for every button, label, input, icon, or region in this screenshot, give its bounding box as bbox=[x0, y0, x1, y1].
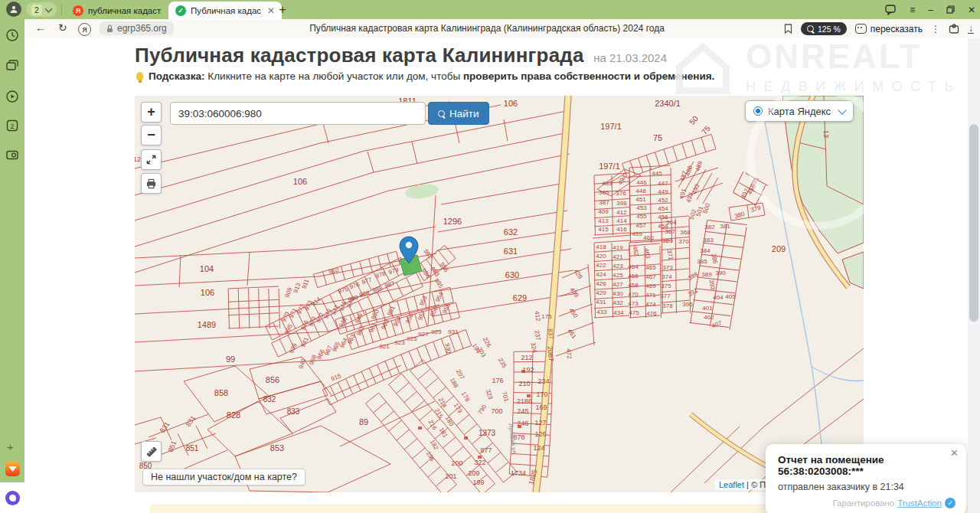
parcel-label: 237 bbox=[533, 330, 541, 341]
parcel-label: 790 bbox=[477, 403, 488, 416]
fullscreen-button[interactable] bbox=[141, 149, 162, 170]
parcel-label: 465 bbox=[645, 264, 656, 271]
sidebar-add-icon[interactable]: + bbox=[7, 440, 14, 453]
parcel-label: 209 bbox=[468, 469, 479, 477]
parcel-label: 425 bbox=[612, 272, 623, 279]
guarantee-label: Гарантировано bbox=[833, 498, 895, 508]
scrollbar-thumb[interactable] bbox=[969, 124, 978, 322]
layer-selector[interactable]: Карта Яндекс bbox=[745, 100, 854, 122]
leaflet-link[interactable]: Leaflet bbox=[719, 480, 744, 489]
parcel-label: 466 bbox=[628, 273, 639, 279]
tab-group-count: 2 bbox=[31, 5, 42, 15]
browser-sidebar: 2 + bbox=[0, 19, 24, 513]
tab-group-chip[interactable]: 2 bbox=[26, 2, 57, 17]
not-found-tooltip[interactable]: Не нашли участок/дом на карте? bbox=[142, 469, 305, 485]
parcel-label: 421 bbox=[612, 253, 623, 260]
tab-active[interactable]: ✓ Публичная кадастрова ✕ bbox=[168, 2, 282, 19]
parcel-label: 104 bbox=[200, 264, 214, 273]
yandex-home-icon[interactable]: Я bbox=[78, 23, 91, 36]
tab-background[interactable]: Я публичная кадастровая к bbox=[66, 2, 173, 19]
tabs-counter-icon[interactable]: 2 bbox=[5, 119, 19, 132]
address-bar[interactable]: egrp365.org bbox=[100, 21, 174, 35]
parcel-label: 637 bbox=[547, 328, 554, 340]
parcel-label: 323 bbox=[485, 388, 494, 400]
parcel-label: 374 bbox=[662, 273, 672, 280]
restore-button[interactable] bbox=[946, 5, 955, 14]
parcel-label: 911 bbox=[301, 278, 311, 290]
bookmark-icon[interactable] bbox=[784, 24, 792, 34]
trustaction-link[interactable]: TrustAction bbox=[897, 498, 942, 508]
layer-selector-value: Карта Яндекс bbox=[768, 106, 831, 117]
zoom-level-badge[interactable]: 125 % bbox=[801, 22, 847, 35]
parcel-label: 401 bbox=[702, 305, 713, 312]
parcel-label: 449 bbox=[658, 188, 668, 195]
yandex-favicon: Я bbox=[73, 5, 83, 16]
parcel-label: 50 bbox=[688, 114, 700, 126]
yandex-mail-icon[interactable] bbox=[5, 462, 20, 476]
parcel-label: 473 bbox=[628, 300, 639, 307]
history-icon[interactable] bbox=[5, 28, 19, 42]
parcel-label: 985 bbox=[433, 277, 444, 290]
page-scrollbar[interactable] bbox=[968, 38, 980, 513]
cadastral-map[interactable]: 18111062340/1197/1197/175755013106129663… bbox=[135, 96, 864, 492]
parcel-label: 423 bbox=[612, 263, 623, 270]
parcel-label: 451 bbox=[635, 196, 646, 203]
parcel-label: 469 bbox=[645, 283, 656, 289]
measure-button[interactable] bbox=[141, 441, 162, 462]
parcel-label: 429 bbox=[596, 289, 606, 296]
notification-title: Отчет на помещение 56:38:0203008:*** bbox=[778, 454, 956, 477]
lightbulb-icon bbox=[136, 72, 143, 80]
video-icon[interactable] bbox=[5, 90, 19, 103]
feedback-icon[interactable] bbox=[885, 5, 897, 15]
search-button[interactable]: Найти bbox=[428, 102, 489, 125]
parcel-label: 12 bbox=[135, 155, 141, 163]
cards-icon[interactable] bbox=[5, 59, 19, 73]
download-icon[interactable]: ↓ bbox=[968, 25, 974, 34]
screenshot-icon[interactable] bbox=[5, 148, 19, 162]
minimize-button[interactable]: – bbox=[928, 5, 933, 15]
parcel-label: 462 bbox=[631, 246, 639, 257]
parcel-label: 432 bbox=[612, 299, 623, 306]
new-tab-button[interactable]: + bbox=[274, 2, 291, 18]
parcel-label: 368 bbox=[680, 229, 691, 236]
parcel-label: 856 bbox=[266, 375, 279, 384]
tip-label: Подсказка: bbox=[149, 70, 205, 82]
parcel-label: 415 bbox=[598, 226, 609, 233]
parcel-label: 106 bbox=[201, 288, 214, 297]
search-input[interactable] bbox=[170, 102, 426, 125]
parcel-label: 433 bbox=[596, 309, 607, 315]
parcel-label: 700 bbox=[491, 407, 502, 415]
divider bbox=[61, 4, 62, 15]
parcel-label: 387 bbox=[599, 199, 609, 206]
parcel-label: 853 bbox=[270, 443, 284, 453]
parcel-label: 379 bbox=[750, 204, 762, 214]
menu-icon[interactable]: ≡ bbox=[910, 5, 915, 15]
extensions-icon[interactable] bbox=[949, 24, 959, 34]
zoom-in-button[interactable]: + bbox=[141, 102, 162, 123]
parcel-label: 405 bbox=[725, 293, 736, 300]
reload-icon[interactable]: ↻ bbox=[58, 21, 67, 34]
radio-icon bbox=[753, 106, 763, 116]
search-button-label: Найти bbox=[449, 108, 479, 119]
parcel-label: 106 bbox=[293, 177, 307, 186]
back-icon[interactable]: ← bbox=[35, 21, 46, 34]
profile-avatar[interactable] bbox=[6, 2, 21, 17]
parcel-label: 216 bbox=[427, 419, 439, 432]
tip-bold: проверить права собственности и обремене… bbox=[463, 70, 714, 82]
browser-toolbar: ← Я ↻ egrp365.org Публичная кадастровая … bbox=[24, 19, 980, 39]
close-icon[interactable]: ✕ bbox=[950, 448, 959, 458]
parcel-label: 434 bbox=[613, 309, 624, 316]
more-options-icon[interactable]: ⋮ bbox=[931, 24, 940, 34]
cadastral-parcels-layer[interactable]: 18111062340/1197/1197/175755013106129663… bbox=[135, 96, 864, 492]
retell-button[interactable]: пересказать bbox=[855, 24, 923, 34]
parcel-label: 427 bbox=[612, 281, 623, 288]
zoom-out-button[interactable]: − bbox=[141, 125, 162, 145]
parcel-label: 2067 bbox=[546, 346, 555, 362]
print-button[interactable] bbox=[141, 173, 162, 194]
parcel-label: 858 bbox=[214, 388, 228, 397]
parcel-label: 126 bbox=[534, 430, 546, 438]
close-button[interactable]: ✕ bbox=[968, 5, 975, 15]
parcel-label: 929 bbox=[431, 328, 442, 335]
report-notification[interactable]: ✕ Отчет на помещение 56:38:0203008:*** о… bbox=[766, 444, 966, 513]
alice-assistant-icon[interactable] bbox=[5, 491, 20, 505]
